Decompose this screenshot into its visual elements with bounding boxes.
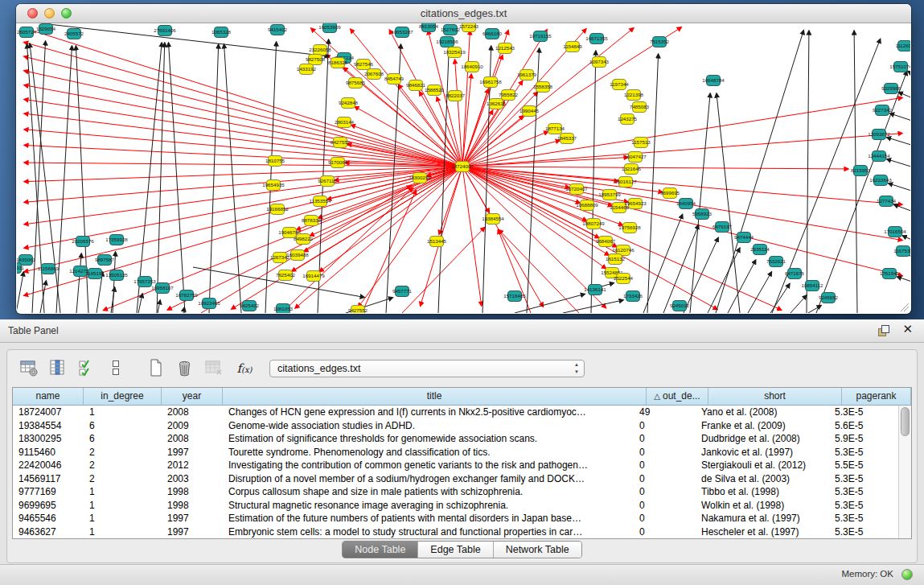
graph-node[interactable]: 1329054 [36, 24, 56, 35]
graph-node[interactable]: 1558358 [533, 82, 553, 93]
graph-node[interactable]: 7632621 [766, 257, 786, 267]
close-window-button[interactable] [27, 8, 38, 19]
table-selector-dropdown[interactable]: citations_edges.txt ▲▼ [269, 360, 585, 377]
graph-node[interactable]: 8822037 [446, 91, 466, 101]
graph-node[interactable]: 7485083 [630, 102, 650, 113]
graph-node[interactable]: 10719155 [529, 31, 552, 42]
graph-node[interactable]: 1157513 [631, 138, 651, 148]
table-row[interactable]: 911546021997Tourette syndrome. Phenomeno… [13, 446, 898, 459]
graph-node[interactable]: 1145191 [85, 269, 105, 279]
graph-node[interactable]: 9827508 [306, 55, 326, 65]
graph-node[interactable]: 27691406 [154, 26, 176, 36]
graph-node[interactable]: 1243275 [618, 114, 638, 125]
graph-node[interactable]: 1588520 [425, 85, 445, 96]
table-row[interactable]: 1938455462009Genome-wide association stu… [13, 419, 898, 433]
graph-node[interactable]: 1277434 [877, 196, 897, 207]
resize-grip-icon[interactable] [901, 303, 909, 311]
graph-node[interactable]: 1081053 [273, 304, 294, 314]
graph-node[interactable]: 9245012 [670, 301, 690, 311]
graph-node[interactable]: 9474444 [734, 233, 754, 243]
graph-node[interactable]: 16671355 [585, 34, 608, 44]
graph-node[interactable]: 19654935 [262, 180, 285, 191]
graph-node[interactable]: 19756928 [618, 223, 641, 233]
close-panel-icon[interactable]: ✕ [902, 322, 913, 336]
graph-node[interactable]: 1112604 [895, 41, 910, 51]
graph-node[interactable]: 19218506 [436, 37, 458, 47]
graph-node[interactable]: 9457771 [392, 286, 413, 297]
graph-node[interactable]: 18807249 [582, 219, 605, 229]
graph-node[interactable]: 2522544 [614, 274, 634, 284]
column-header-out-de-[interactable]: △out_de... [647, 388, 708, 405]
zoom-window-button[interactable] [61, 8, 72, 19]
graph-node[interactable]: 5958923 [692, 209, 713, 220]
graph-node[interactable]: 2935114 [750, 245, 770, 255]
delete-table-button[interactable] [202, 356, 226, 381]
graph-node[interactable]: 1321646 [622, 164, 642, 175]
network-graph-canvas[interactable]: 2605724132905424055722769140610653289415… [17, 23, 910, 313]
graph-node[interactable]: 10688809 [576, 200, 598, 211]
tab-node-table[interactable]: Node Table [343, 542, 417, 558]
graph-node[interactable]: 16047427 [624, 152, 647, 163]
table-row[interactable]: 946554611997Estimation of the future num… [13, 512, 898, 525]
graph-node[interactable]: 1197344 [610, 80, 629, 90]
delete-column-button[interactable] [173, 356, 197, 381]
column-header-title[interactable]: title [223, 388, 647, 405]
graph-node[interactable]: 9425402 [240, 301, 260, 311]
graph-node[interactable]: 1961379 [517, 70, 537, 80]
graph-node[interactable]: 16961758 [479, 77, 502, 88]
column-header-short[interactable]: short [708, 388, 842, 405]
graph-node[interactable]: 10854112 [801, 281, 823, 291]
column-header-year[interactable]: year [162, 388, 223, 405]
table-row[interactable]: 1456911722003Disruption of a novel membe… [13, 472, 898, 486]
graph-node[interactable]: 18325419 [443, 47, 466, 58]
graph-node[interactable]: 3915911 [17, 263, 24, 274]
minimize-window-button[interactable] [44, 8, 55, 19]
graph-node[interactable]: 1527602 [441, 25, 461, 35]
table-row[interactable]: 977716911998Corpus callosum shape and si… [13, 485, 898, 499]
rows-mode-button[interactable] [104, 356, 128, 381]
graph-node[interactable]: 9267110 [318, 176, 337, 187]
graph-node[interactable]: 11353554 [309, 196, 331, 207]
graph-node[interactable]: 9329966 [881, 84, 901, 94]
graph-node[interactable]: 8498222 [294, 234, 314, 245]
graph-node[interactable]: 11156869 [38, 264, 60, 274]
column-header-name[interactable]: name [13, 388, 84, 405]
graph-node[interactable]: 20206576 [72, 237, 94, 247]
graph-node[interactable]: 1615132 [606, 254, 626, 265]
graph-node[interactable]: 6479197 [713, 222, 733, 233]
window-titlebar[interactable]: citations_edges.txt [16, 4, 911, 23]
column-header-pagerank[interactable]: pagerank [842, 388, 911, 405]
graph-node[interactable]: 9897587 [95, 255, 115, 266]
graph-node[interactable]: 9170064 [328, 158, 348, 168]
table-scrollbar[interactable] [898, 406, 911, 538]
graph-node[interactable]: 9827546 [354, 60, 374, 70]
graph-node[interactable]: 10923465 [198, 299, 220, 309]
graph-node[interactable]: 16053809 [318, 23, 341, 33]
graph-node[interactable]: 8454749 [384, 74, 405, 84]
graph-node[interactable]: 7625402 [276, 270, 296, 281]
graph-node[interactable]: 6466160 [483, 29, 503, 39]
table-row[interactable]: 969969511998Structural magnetic resonanc… [13, 499, 898, 513]
graph-node[interactable]: 16782759 [175, 290, 198, 301]
graph-node[interactable]: 8427552 [331, 138, 351, 148]
graph-node[interactable]: 1640954 [676, 199, 696, 209]
table-row[interactable]: 1830029562008Estimation of significance … [13, 432, 898, 446]
graph-node[interactable]: 8215953 [851, 166, 871, 176]
graph-node[interactable]: 8813054 [419, 23, 439, 32]
graph-node[interactable]: 16958107 [151, 283, 174, 294]
graph-node[interactable]: 9227342 [873, 105, 893, 116]
graph-node[interactable]: 18953799 [598, 190, 621, 200]
graph-node[interactable]: 7515352 [650, 37, 670, 47]
tab-edge-table[interactable]: Edge Table [417, 542, 492, 558]
graph-node[interactable]: 15718485 [503, 291, 526, 302]
graph-node[interactable]: 9245652 [819, 293, 839, 303]
table-settings-button[interactable] [17, 356, 41, 381]
memory-status-icon[interactable] [901, 569, 913, 580]
new-column-button[interactable] [144, 356, 168, 381]
graph-node[interactable]: 16648784 [702, 76, 725, 86]
graph-node[interactable]: 14136141 [584, 285, 606, 295]
graph-node[interactable]: 8186328 [328, 58, 348, 68]
graph-node[interactable]: 1221398 [624, 90, 644, 101]
graph-node[interactable]: 1845337 [557, 134, 577, 144]
graph-node[interactable]: 8471676 [785, 269, 805, 279]
